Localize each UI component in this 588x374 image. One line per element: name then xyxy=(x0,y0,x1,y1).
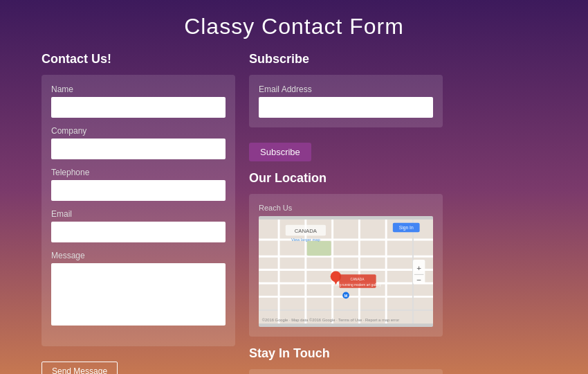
svg-text:CANADA: CANADA xyxy=(295,228,318,234)
social-panel: Social Icons f t g+ p in xyxy=(249,369,443,374)
email-input[interactable] xyxy=(51,222,226,242)
svg-text:©2016 Google · Map data ©2016 : ©2016 Google · Map data ©2016 Google · T… xyxy=(262,318,399,322)
telephone-field-group: Telephone xyxy=(51,168,226,201)
svg-rect-13 xyxy=(307,241,331,256)
location-panel: Reach Us xyxy=(249,194,443,337)
right-column: Subscribe Email Address Subscribe Our Lo… xyxy=(249,52,443,374)
subscribe-email-label: Email Address xyxy=(259,84,433,94)
email-label: Email xyxy=(51,209,226,219)
subscribe-panel: Email Address xyxy=(249,75,443,127)
send-message-button[interactable]: Send Message xyxy=(42,362,118,374)
message-field-group: Message xyxy=(51,251,226,328)
name-field-group: Name xyxy=(51,84,226,118)
svg-rect-0 xyxy=(259,220,433,323)
message-textarea[interactable] xyxy=(51,263,226,326)
reach-us-label: Reach Us xyxy=(259,204,433,212)
company-input[interactable] xyxy=(51,139,226,159)
subscribe-button[interactable]: Subscribe xyxy=(249,143,311,161)
name-label: Name xyxy=(51,84,226,94)
telephone-label: Telephone xyxy=(51,168,226,177)
contact-section-title: Contact Us! xyxy=(42,52,235,66)
email-field-group: Email xyxy=(51,209,226,242)
map-container: CANADA View larger map CANADA Long-runni… xyxy=(259,216,433,327)
svg-text:Sign In: Sign In xyxy=(399,225,414,231)
svg-text:Long-running modern art galler: Long-running modern art gallery xyxy=(333,283,381,287)
svg-text:CANADA: CANADA xyxy=(350,278,365,281)
subscribe-section-title: Subscribe xyxy=(249,52,443,66)
location-section-title: Our Location xyxy=(249,171,443,186)
contact-form-column: Contact Us! Name Company Telephone Email… xyxy=(42,52,235,374)
company-field-group: Company xyxy=(51,126,226,159)
company-label: Company xyxy=(51,126,226,136)
contact-form-panel: Name Company Telephone Email Message xyxy=(42,75,235,346)
page-title: Classy Contact Form xyxy=(0,0,588,52)
subscribe-email-input[interactable] xyxy=(259,97,433,118)
svg-text:+: + xyxy=(416,263,421,272)
svg-text:View larger map: View larger map xyxy=(291,238,320,242)
svg-text:M: M xyxy=(344,294,348,298)
name-input[interactable] xyxy=(51,97,226,118)
main-content: Contact Us! Name Company Telephone Email… xyxy=(0,52,588,374)
message-label: Message xyxy=(51,251,226,260)
social-section-title: Stay In Touch xyxy=(249,346,443,361)
telephone-input[interactable] xyxy=(51,180,226,201)
svg-text:−: − xyxy=(416,275,421,284)
